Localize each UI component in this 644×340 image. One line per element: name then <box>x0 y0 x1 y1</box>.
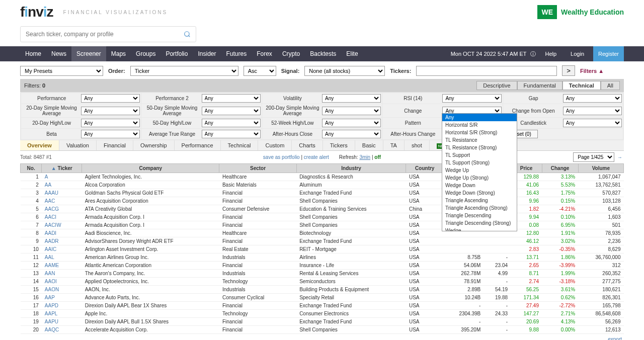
col-header[interactable]: Industry <box>296 164 406 173</box>
view-tab-custom[interactable]: Custom <box>258 140 292 150</box>
filter-select-volatility[interactable]: Any <box>322 94 381 103</box>
pattern-option[interactable]: Wedge Up <box>442 166 517 174</box>
view-tab-ta[interactable]: TA <box>383 140 405 150</box>
view-tab-valuation[interactable]: Valuation <box>59 140 97 150</box>
filters-toggle[interactable]: Filters ▲ <box>580 68 604 74</box>
nav-groups[interactable]: Groups <box>131 46 160 61</box>
nav-maps[interactable]: Maps <box>106 46 131 61</box>
order-dir-select[interactable]: Asc <box>244 66 276 76</box>
ticker-link[interactable]: A <box>45 174 48 180</box>
signal-select[interactable]: None (all stocks) <box>304 66 385 76</box>
view-tab-basic[interactable]: Basic <box>355 140 383 150</box>
nav-news[interactable]: News <box>46 46 71 61</box>
save-portfolio-link[interactable]: save as portfolio <box>263 154 300 160</box>
login-link[interactable]: Login <box>566 46 589 61</box>
ticker-link[interactable]: AACG <box>45 206 59 212</box>
ticker-link[interactable]: AACIW <box>45 222 61 228</box>
col-header[interactable]: Volume <box>578 164 623 173</box>
ticker-link[interactable]: AAL <box>45 254 54 260</box>
view-tab-financial[interactable]: Financial <box>97 140 133 150</box>
filter-select-beta[interactable]: Any <box>81 130 140 138</box>
filter-tab-descriptive[interactable]: Descriptive <box>476 81 517 90</box>
filter-select-performance-2[interactable]: Any <box>202 94 261 103</box>
pattern-option[interactable]: Wedge <box>442 227 517 231</box>
create-alert-link[interactable]: create alert <box>304 154 329 160</box>
filter-select-candlestick[interactable]: Any <box>563 119 622 127</box>
view-tab-charts[interactable]: Charts <box>292 140 323 150</box>
pattern-option[interactable]: Wedge Down <box>442 182 517 189</box>
ticker-link[interactable]: AAAU <box>45 190 58 196</box>
pattern-option[interactable]: Triangle Descending <box>442 212 517 219</box>
ticker-link[interactable]: AAPL <box>45 311 58 316</box>
pattern-option[interactable]: TL Resistance <box>442 136 517 144</box>
order-by-select[interactable]: Ticker <box>130 66 238 76</box>
next-page-icon[interactable]: → <box>616 154 624 160</box>
view-tab-ownership[interactable]: Ownership <box>133 140 175 150</box>
pattern-option[interactable]: Wedge Down (Strong) <box>442 189 517 197</box>
filter-tab-fundamental[interactable]: Fundamental <box>517 81 562 90</box>
pattern-option[interactable]: Triangle Ascending (Strong) <box>442 204 517 212</box>
filter-select-change-from-open[interactable]: Any <box>563 107 622 115</box>
pattern-option[interactable]: Horizontal S/R <box>442 121 517 129</box>
pattern-option[interactable]: TL Support (Strong) <box>442 159 517 166</box>
ticker-link[interactable]: AAC <box>45 198 55 204</box>
pattern-option[interactable]: TL Support <box>442 151 517 159</box>
pattern-option[interactable]: Triangle Descending (Strong) <box>442 219 517 227</box>
col-header[interactable]: Sector <box>219 164 296 173</box>
page-select[interactable]: Page 1/425 <box>573 152 614 162</box>
nav-home[interactable]: Home <box>20 46 46 61</box>
nav-backtests[interactable]: Backtests <box>305 46 341 61</box>
refresh-value[interactable]: 3min <box>359 154 370 160</box>
filter-select-average-true-range[interactable]: Any <box>202 130 261 138</box>
col-header[interactable]: Company <box>82 164 219 173</box>
col-header[interactable]: Change <box>542 164 578 173</box>
filter-select-20-day-high-low[interactable]: Any <box>81 119 140 127</box>
col-header[interactable]: No. <box>21 164 42 173</box>
pattern-option[interactable]: TL Resistance (Strong) <box>442 144 517 151</box>
filter-select-gap[interactable]: Any <box>563 94 622 103</box>
ticker-link[interactable]: AACI <box>45 214 56 220</box>
ticker-link[interactable]: AAP <box>45 295 55 300</box>
filter-select-performance[interactable]: Any <box>81 94 140 103</box>
filter-select-20-day-simple-moving-average[interactable]: Any <box>81 107 140 115</box>
filter-tab-technical[interactable]: Technical <box>562 81 601 90</box>
pattern-option[interactable]: Horizontal S/R (Strong) <box>442 129 517 136</box>
filter-select-rsi-14-[interactable]: Any <box>442 94 501 103</box>
nav-crypto[interactable]: Crypto <box>277 46 305 61</box>
filter-select-50-day-high-low[interactable]: Any <box>202 119 261 127</box>
filter-select-200-day-simple-moving-average[interactable]: Any <box>322 107 381 115</box>
help-link[interactable]: Help <box>540 46 561 61</box>
nav-screener[interactable]: Screener <box>71 46 106 61</box>
ticker-link[interactable]: AAPD <box>45 303 58 308</box>
view-tab-shot[interactable]: shot <box>405 140 430 150</box>
filter-tab-all[interactable]: All <box>601 81 620 90</box>
wealthy-education-link[interactable]: WE Wealthy Education <box>537 5 624 19</box>
view-tab-overview[interactable]: Overview <box>20 140 59 150</box>
nav-forex[interactable]: Forex <box>252 46 277 61</box>
ticker-link[interactable]: AAPU <box>45 319 58 324</box>
presets-select[interactable]: My Presets <box>20 66 103 76</box>
nav-portfolio[interactable]: Portfolio <box>160 46 193 61</box>
col-header[interactable]: Country <box>406 164 444 173</box>
pattern-option[interactable]: Triangle Ascending <box>442 197 517 204</box>
filter-select-after-hours-close[interactable]: Any <box>322 130 381 138</box>
export-link[interactable]: export <box>608 336 622 340</box>
search-input[interactable] <box>20 26 196 42</box>
nav-insider[interactable]: Insider <box>193 46 221 61</box>
ticker-link[interactable]: AAOI <box>45 279 57 284</box>
ticker-link[interactable]: AADR <box>45 238 59 244</box>
ticker-link[interactable]: AAN <box>45 271 55 276</box>
ticker-link[interactable]: AA <box>45 182 51 188</box>
view-tab-performance[interactable]: Performance <box>175 140 221 150</box>
col-header[interactable]: ▲ Ticker <box>42 164 82 173</box>
nav-futures[interactable]: Futures <box>221 46 252 61</box>
refresh-off[interactable]: off <box>374 154 381 160</box>
ticker-link[interactable]: AAON <box>45 287 59 292</box>
filter-select-50-day-simple-moving-average[interactable]: Any <box>202 107 261 115</box>
view-tab-tickers[interactable]: Tickers <box>323 140 355 150</box>
ticker-link[interactable]: AADI <box>45 230 56 236</box>
filter-select-52-week-high-low[interactable]: Any <box>322 119 381 127</box>
pattern-dropdown[interactable]: AnyHorizontal S/RHorizontal S/R (Strong)… <box>442 113 517 231</box>
register-link[interactable]: Register <box>593 46 624 61</box>
pattern-option[interactable]: Wedge Up (Strong) <box>442 174 517 182</box>
